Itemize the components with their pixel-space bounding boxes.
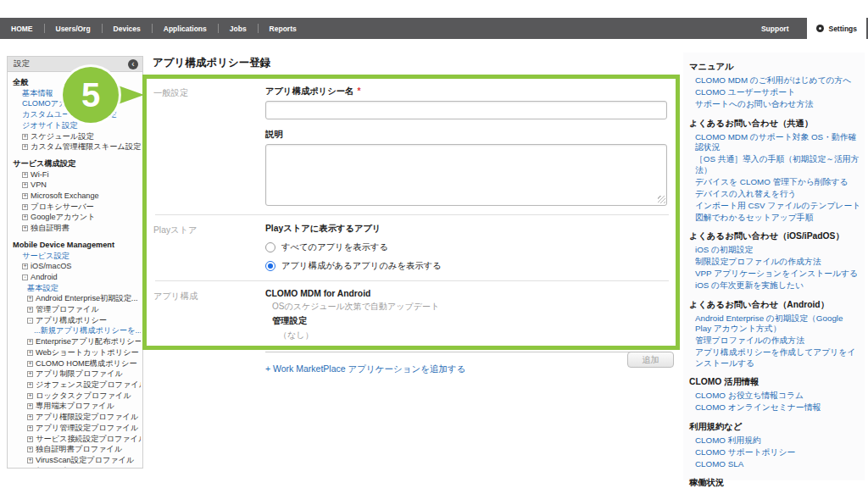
sidebar-item[interactable]: -Android	[13, 272, 141, 283]
expand-icon[interactable]: +	[27, 393, 33, 399]
sidebar-item[interactable]: +サービス接続設定プロファイル	[13, 434, 141, 445]
sidebar-item[interactable]: +Googleアカウント	[13, 212, 141, 223]
help-link[interactable]: iOS の年次更新を実施したい	[689, 280, 861, 291]
nav-item-jobs[interactable]: Jobs	[219, 25, 258, 33]
sidebar-item[interactable]: +専用端末プロファイル	[13, 401, 141, 412]
nav-item-home[interactable]: HOME	[0, 25, 44, 33]
sidebar-item[interactable]: +ロックタスクプロファイル	[13, 391, 141, 402]
expand-icon[interactable]: +	[27, 296, 33, 302]
nav-item-devices[interactable]: Devices	[103, 25, 152, 33]
sidebar-item[interactable]: +スケジュール設定	[13, 131, 141, 142]
nav-item-reports[interactable]: Reports	[259, 25, 308, 33]
help-link[interactable]: CLOMO ユーザーサポート	[689, 87, 861, 98]
help-link[interactable]: CLOMO MDM のサポート対象 OS・動作確認状況	[689, 132, 861, 153]
sidebar-item[interactable]: -アプリ構成ポリシー	[13, 315, 141, 326]
sidebar-item[interactable]: +アプリ権限設定プロファイル	[13, 412, 141, 423]
sidebar-item[interactable]: +Webショートカットポリシー	[13, 347, 141, 358]
app-update-note: OSのスケジュール次第で自動アップデート	[272, 301, 667, 313]
sidebar-item[interactable]: +Android Enterprise初期設定...	[13, 293, 141, 304]
radio-show-all-apps[interactable]: すべてのアプリを表示する	[265, 241, 667, 253]
collapse-icon[interactable]: -	[27, 318, 33, 324]
help-link[interactable]: CLOMO お役立ち情報コラム	[689, 391, 861, 402]
expand-icon[interactable]: +	[22, 172, 28, 178]
help-link[interactable]: iOS の初期設定	[689, 245, 861, 256]
expand-icon[interactable]: +	[27, 458, 33, 463]
sidebar-item[interactable]: +Wi-Fi	[13, 169, 141, 180]
help-link[interactable]: CLOMO サポートポリシー	[689, 447, 861, 458]
sidebar-item[interactable]: +カスタム管理権限スキーム設定	[13, 141, 141, 152]
help-link[interactable]: CLOMO MDM のご利用がはじめての方へ	[689, 75, 861, 86]
help-link[interactable]: 図解でわかるセットアップ手順	[689, 213, 861, 224]
sidebar-item[interactable]: +管理プロファイル	[13, 304, 141, 315]
help-link[interactable]: インポート用 CSV ファイルのテンプレート	[689, 201, 861, 212]
help-link[interactable]: CLOMO SLA	[689, 459, 861, 470]
sidebar-item[interactable]: +独自証明書	[13, 223, 141, 234]
help-link[interactable]: アプリ構成ポリシーを作成してアプリをインストールする	[689, 347, 861, 369]
sidebar-item[interactable]: 基本設定	[13, 283, 141, 294]
expand-icon[interactable]: +	[27, 307, 33, 313]
expand-icon[interactable]: +	[22, 182, 28, 188]
expand-icon[interactable]: +	[27, 436, 33, 442]
help-link[interactable]: デバイスの入れ替えを行う	[689, 189, 861, 200]
sidebar-item[interactable]: +iOS/macOS	[13, 261, 141, 272]
sidebar-item[interactable]: +VirusScan設定プロファイル	[13, 455, 141, 466]
sidebar-item-label: ロックタスクプロファイル	[36, 391, 131, 400]
expand-icon[interactable]: +	[27, 361, 33, 367]
sidebar-item[interactable]: ...新規アプリ構成ポリシーを...	[13, 325, 141, 336]
help-link[interactable]: 管理プロファイルの作成方法	[689, 336, 861, 347]
expand-icon[interactable]: +	[22, 193, 28, 199]
sidebar-item[interactable]: +Enterpriseアプリ配布ポリシー	[13, 336, 141, 347]
sidebar-item-label: サービス設定	[22, 252, 70, 260]
expand-icon[interactable]: +	[27, 414, 33, 420]
sidebar-item-label: アプリ管理設定プロファイル	[36, 424, 138, 432]
expand-icon[interactable]: +	[27, 339, 33, 345]
sidebar-item-label: VirusScan設定プロファイル	[36, 456, 135, 464]
help-link[interactable]: サポートへのお問い合わせ方法	[689, 99, 861, 110]
expand-icon[interactable]: +	[27, 425, 33, 431]
help-link[interactable]: VPP アプリケーションをインストールする	[689, 269, 861, 280]
expand-icon[interactable]: +	[22, 263, 28, 269]
help-link[interactable]: 制限設定プロファイルの作成方法	[689, 257, 861, 268]
expand-icon[interactable]: +	[22, 214, 28, 220]
sidebar-item[interactable]: +VPN	[13, 180, 141, 191]
sidebar-item[interactable]: +CLOMO HOME構成ポリシー	[13, 358, 141, 369]
sidebar-item[interactable]: サービス設定	[13, 251, 141, 262]
nav-settings-tab[interactable]: Settings	[807, 18, 866, 39]
expand-icon[interactable]: +	[27, 382, 33, 388]
policy-name-label-text: アプリ構成ポリシー名	[265, 86, 353, 96]
sidebar-item[interactable]: +Microsoft Exchange	[13, 191, 141, 202]
collapse-icon[interactable]: -	[22, 274, 28, 280]
sidebar-item[interactable]: +アプリ制限プロファイル	[13, 369, 141, 380]
expand-icon[interactable]: +	[22, 144, 28, 150]
nav-right-group: Support Settings	[743, 18, 868, 39]
sidebar-item[interactable]: +アプリ管理設定プロファイル	[13, 423, 141, 434]
sidebar-item-label: カスタム管理権限スキーム設定	[31, 142, 141, 151]
help-link[interactable]: Android Enterprise の初期設定（Google Play アカウ…	[689, 313, 861, 335]
sidebar-item[interactable]: +ジオフェンス設定プロファイル	[13, 380, 141, 391]
radio-show-configured-apps[interactable]: アプリ構成があるアプリのみを表示する	[265, 260, 667, 272]
sidebar-item[interactable]: +独自証明書プロファイル	[13, 444, 141, 455]
nav-item-users-org[interactable]: Users/Org	[45, 25, 102, 33]
expand-icon[interactable]: +	[27, 350, 33, 356]
expand-icon[interactable]: +	[27, 403, 33, 409]
add-workmarketplace-app-link[interactable]: + Work MarketPlace アプリケーションを追加する	[265, 363, 466, 375]
help-section-heading: 利用規約など	[689, 421, 861, 433]
help-link[interactable]: CLOMO 利用規約	[689, 435, 861, 446]
policy-name-input[interactable]	[265, 101, 667, 119]
sidebar-item[interactable]: ジオサイト設定	[13, 120, 141, 131]
nav-item-applications[interactable]: Applications	[153, 25, 218, 33]
expand-icon[interactable]: +	[22, 204, 28, 210]
help-link[interactable]: CLOMO オンラインセミナー情報	[689, 402, 861, 413]
expand-icon[interactable]: +	[22, 134, 28, 140]
description-textarea[interactable]	[265, 144, 667, 206]
sidebar-collapse-button[interactable]: ‹	[128, 59, 138, 69]
nav-item-support[interactable]: Support	[743, 25, 808, 33]
expand-icon[interactable]: +	[27, 371, 33, 377]
textarea-resize-handle[interactable]	[658, 196, 665, 203]
expand-icon[interactable]: +	[22, 225, 28, 231]
sidebar-item[interactable]: +プロキシサーバー	[13, 202, 141, 213]
add-button[interactable]: 追加	[627, 352, 674, 368]
help-link[interactable]: デバイスを CLOMO 管理下から削除する	[689, 177, 861, 188]
expand-icon[interactable]: +	[27, 446, 33, 452]
help-link[interactable]: ［OS 共通］導入の手順（初期設定～活用方法）	[689, 154, 861, 175]
